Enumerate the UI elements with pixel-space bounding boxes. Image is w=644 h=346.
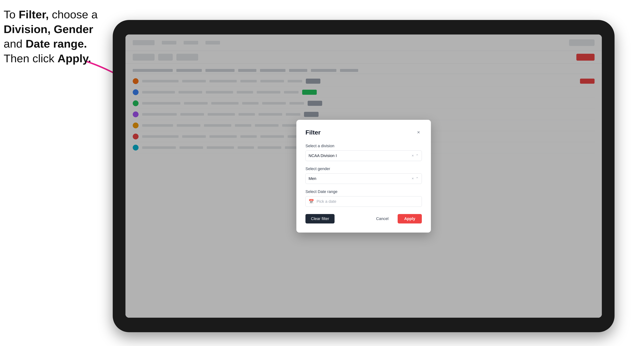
close-icon[interactable]: × [415,129,422,136]
date-group: Select Date range 📅 Pick a date [306,189,422,207]
division-group: Select a division NCAA Division I × ⌃ [306,144,422,161]
gender-value: Men [308,176,316,181]
modal-overlay[interactable]: Filter × Select a division NCAA Division… [126,34,602,318]
date-input[interactable]: 📅 Pick a date [306,196,422,207]
footer-right: Cancel Apply [370,214,422,223]
division-label: Select a division [306,144,422,148]
instruction-line2: Division, Gender [4,23,93,35]
date-label: Select Date range [306,189,422,194]
instruction-text: To Filter, choose a Division, Gender and… [4,7,109,66]
clear-filter-button[interactable]: Clear filter [306,214,334,223]
filter-modal: Filter × Select a division NCAA Division… [296,120,431,233]
modal-title: Filter [306,129,320,136]
gender-select-icons: × ⌃ [412,176,419,181]
clear-gender-icon[interactable]: × [412,176,414,181]
instruction-line1: To Filter, choose a [4,8,98,21]
cancel-button[interactable]: Cancel [370,214,394,223]
gender-label: Select gender [306,167,422,171]
instruction-line3: and Date range. [4,37,87,50]
division-select[interactable]: NCAA Division I × ⌃ [306,151,422,161]
gender-group: Select gender Men × ⌃ [306,167,422,184]
tablet-screen: Filter × Select a division NCAA Division… [126,34,602,318]
tablet-frame: Filter × Select a division NCAA Division… [113,20,614,332]
modal-footer: Clear filter Cancel Apply [306,214,422,223]
modal-header: Filter × [306,129,422,136]
gender-select[interactable]: Men × ⌃ [306,173,422,184]
chevron-gender-icon[interactable]: ⌃ [416,176,419,181]
apply-button[interactable]: Apply [398,214,422,223]
clear-division-icon[interactable]: × [412,154,414,158]
instruction-line4: Then click Apply. [4,52,91,65]
select-icons: × ⌃ [412,154,419,158]
calendar-icon: 📅 [308,199,314,204]
date-placeholder: Pick a date [316,199,336,204]
chevron-division-icon[interactable]: ⌃ [416,154,419,158]
division-value: NCAA Division I [308,153,337,158]
